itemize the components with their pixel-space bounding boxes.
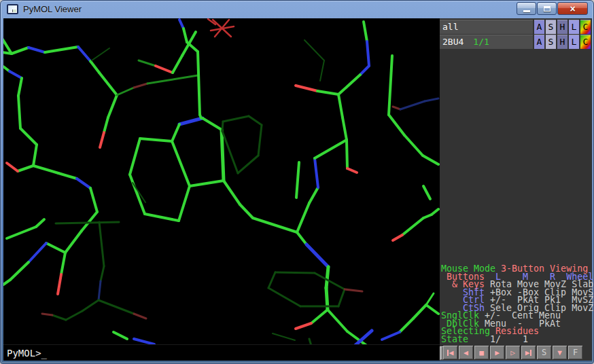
go-to-end-button[interactable]: ▶ — [521, 346, 536, 359]
go-to-start-button[interactable]: ◀ — [443, 346, 457, 359]
object-row-2bu4[interactable]: 2BU41/1 A S H L C — [440, 35, 592, 49]
panel-divider — [440, 346, 443, 360]
stop-icon: ■ — [479, 349, 484, 357]
fullscreen-icon: F — [573, 348, 578, 357]
label-button[interactable]: L — [569, 20, 579, 34]
color-button[interactable]: C — [580, 20, 591, 34]
play-icon: ▶ — [495, 349, 500, 357]
3d-viewport[interactable] — [3, 18, 440, 344]
mouse-panel-text: 1/ 1 — [468, 334, 528, 344]
step-back-icon: ◀ — [464, 349, 468, 357]
maximize-button[interactable] — [537, 2, 557, 15]
close-icon: × — [570, 4, 575, 14]
text-cursor: _ — [41, 348, 47, 359]
hide-button[interactable]: H — [557, 20, 567, 34]
minimize-button[interactable] — [517, 2, 536, 15]
maximize-icon — [544, 6, 551, 12]
mouse-mode-panel: Mouse Mode 3-Button Viewing Buttons L M … — [440, 265, 592, 344]
stop-button[interactable]: ■ — [474, 346, 489, 359]
command-prompt: PyMOL>_ — [7, 348, 47, 359]
panel-spacer — [440, 50, 592, 265]
object-row-all[interactable]: all A S H L C — [440, 20, 592, 34]
close-button[interactable]: × — [557, 2, 588, 15]
window-title: PyMOL Viewer — [23, 4, 82, 14]
app-icon — [7, 4, 18, 14]
mouse-panel-line-9[interactable]: State 1/ 1 — [441, 335, 592, 344]
object-state: 1/1 — [473, 37, 489, 47]
scene-icon: S — [542, 348, 546, 357]
scene-button[interactable]: S — [537, 346, 551, 359]
hide-button[interactable]: H — [557, 35, 567, 49]
show-button[interactable]: S — [546, 20, 556, 34]
action-button[interactable]: A — [534, 20, 544, 34]
go-to-end-icon: ▶ — [525, 349, 530, 357]
mouse-panel-text: State — [441, 334, 468, 344]
menu-button[interactable]: ▼ — [553, 346, 567, 359]
play-button[interactable]: ▶ — [490, 346, 504, 359]
fullscreen-button[interactable]: F — [568, 346, 582, 359]
control-panel: all A S H L C 2BU41/1 A S H L C Mouse Mo… — [440, 18, 592, 361]
show-button[interactable]: S — [546, 35, 556, 49]
color-button[interactable]: C — [580, 35, 591, 49]
step-back-button[interactable]: ◀ — [459, 346, 473, 359]
pymol-viewer-window: PyMOL Viewer × PyMOL>_ all A S H — [0, 0, 594, 364]
object-name[interactable]: 2BU41/1 — [440, 35, 533, 49]
object-name[interactable]: all — [440, 20, 533, 34]
menu-icon: ▼ — [557, 349, 562, 357]
label-button[interactable]: L — [569, 35, 579, 49]
go-to-start-icon: ◀ — [449, 349, 454, 357]
molecule-rendering — [3, 18, 440, 344]
bar-icon — [447, 350, 449, 356]
title-bar[interactable]: PyMOL Viewer × — [1, 1, 593, 18]
step-forward-icon: ▷ — [510, 349, 515, 357]
action-button[interactable]: A — [534, 35, 544, 49]
bar-icon — [530, 350, 531, 356]
step-forward-button[interactable]: ▷ — [506, 346, 520, 359]
command-line[interactable]: PyMOL>_ — [3, 344, 440, 361]
minimize-icon — [523, 10, 530, 12]
movie-transport-bar: ◀◀■▶▷▶S▼F — [440, 344, 592, 361]
